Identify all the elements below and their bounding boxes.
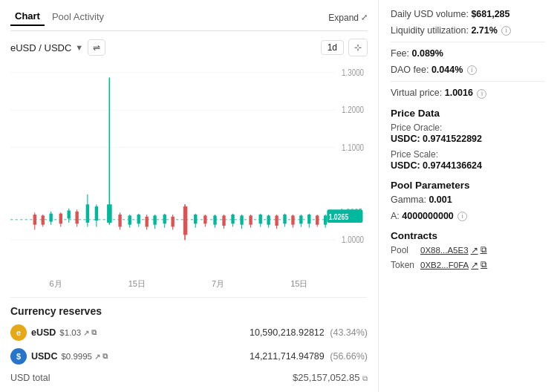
a-info-icon[interactable]: i bbox=[457, 212, 467, 221]
liquidity-row: Liquidity utilization: 2.71% i bbox=[391, 25, 545, 36]
coin-icon-usdc: $ bbox=[10, 348, 27, 365]
svg-rect-45 bbox=[183, 206, 187, 235]
svg-rect-67 bbox=[283, 215, 286, 223]
svg-rect-75 bbox=[316, 215, 319, 224]
divider-2 bbox=[391, 81, 545, 82]
x-label-2: 15日 bbox=[128, 278, 146, 290]
daily-volume-value: $681,285 bbox=[471, 9, 509, 19]
svg-rect-63 bbox=[267, 215, 270, 224]
liquidity-label: Liquidity utilization: bbox=[391, 25, 469, 36]
a-row: A: 4000000000 i bbox=[391, 211, 545, 221]
token-address-link[interactable]: 0XB2...F0FA ↗ ⧉ bbox=[420, 260, 487, 270]
usd-total-row: USD total $25,157,052.85 ⧉ bbox=[10, 372, 368, 383]
svg-rect-31 bbox=[118, 215, 121, 226]
interval-select[interactable]: 1d bbox=[321, 40, 344, 55]
svg-rect-59 bbox=[249, 215, 252, 224]
fee-value: 0.089% bbox=[412, 48, 443, 59]
pair-selector[interactable]: eUSD / USDC ▼ bbox=[10, 42, 83, 53]
svg-rect-77 bbox=[324, 215, 327, 224]
eusd-copy-icon[interactable]: ⧉ bbox=[91, 328, 97, 337]
svg-rect-47 bbox=[194, 215, 197, 223]
gamma-value: 0.001 bbox=[429, 195, 452, 205]
x-label-4: 15日 bbox=[290, 278, 307, 290]
expand-icon: ⤢ bbox=[361, 13, 368, 22]
interval-controls: 1d ⊹ bbox=[321, 39, 368, 56]
daily-volume-row: Daily USD volume: $681,285 bbox=[391, 9, 545, 19]
total-copy-icon[interactable]: ⧉ bbox=[362, 374, 368, 382]
svg-rect-43 bbox=[171, 217, 174, 227]
tabs-bar: Chart Pool Activity Expand ⤢ bbox=[10, 9, 368, 31]
svg-rect-13 bbox=[107, 204, 112, 223]
svg-rect-49 bbox=[203, 215, 206, 223]
reserve-row-eusd: e eUSD $1.03 ↗ ⧉ 10,590,218.92812 (43.34… bbox=[10, 324, 368, 341]
svg-rect-61 bbox=[259, 215, 262, 223]
contracts-title: Contracts bbox=[391, 230, 545, 241]
svg-rect-33 bbox=[128, 215, 131, 224]
tab-chart[interactable]: Chart bbox=[10, 9, 45, 26]
oracle-value: USDC: 0.9741522892 bbox=[391, 134, 545, 144]
dao-fee-label: DAO fee: bbox=[391, 65, 429, 75]
eusd-amount: 10,590,218.92812 (43.34%) bbox=[250, 327, 368, 338]
swap-button[interactable]: ⇌ bbox=[88, 39, 105, 56]
chart-svg: 1.3000 1.2000 1.1000 1.0265 1.0000 1.026… bbox=[10, 62, 368, 275]
reserves-section: Currency reserves e eUSD $1.03 ↗ ⧉ 10,59… bbox=[10, 297, 368, 383]
divider-1 bbox=[391, 42, 545, 42]
reserves-title: Currency reserves bbox=[10, 305, 368, 317]
a-label: A: bbox=[391, 211, 400, 221]
svg-rect-23 bbox=[68, 211, 71, 219]
svg-text:1.2000: 1.2000 bbox=[342, 105, 364, 114]
eusd-link-icon[interactable]: ↗ bbox=[83, 329, 89, 337]
usdc-copy-icon[interactable]: ⧉ bbox=[102, 352, 108, 361]
chart-area: 1.3000 1.2000 1.1000 1.0265 1.0000 1.026… bbox=[10, 62, 368, 275]
token-contract-row: Token 0XB2...F0FA ↗ ⧉ bbox=[391, 260, 545, 270]
pool-address-link[interactable]: 0X88...A5E3 ↗ ⧉ bbox=[420, 245, 487, 255]
tab-pool-activity[interactable]: Pool Activity bbox=[48, 10, 108, 25]
gamma-label: Gamma: bbox=[391, 195, 426, 205]
coin-icon-eusd: e bbox=[10, 324, 27, 341]
svg-text:1.1000: 1.1000 bbox=[342, 143, 364, 152]
pool-link-icon: ↗ bbox=[471, 245, 478, 255]
svg-rect-27 bbox=[86, 204, 89, 223]
svg-rect-29 bbox=[95, 206, 98, 220]
svg-rect-51 bbox=[213, 215, 216, 224]
token-link-icon: ↗ bbox=[471, 260, 478, 270]
svg-rect-37 bbox=[145, 217, 148, 227]
virtual-price-label: Virtual price: bbox=[391, 88, 442, 98]
x-label-1: 6月 bbox=[50, 278, 62, 290]
usdc-label: USDC $0.9995 ↗ ⧉ bbox=[31, 351, 108, 362]
pool-copy-icon[interactable]: ⧉ bbox=[481, 245, 487, 255]
token-contract-label: Token bbox=[391, 260, 420, 270]
reserve-row-usdc: $ USDC $0.9995 ↗ ⧉ 14,211,714.94789 (56.… bbox=[10, 348, 368, 365]
pair-arrow-icon: ▼ bbox=[75, 43, 83, 52]
expand-button[interactable]: Expand ⤢ bbox=[328, 13, 368, 23]
svg-rect-39 bbox=[153, 215, 156, 224]
pool-params-title: Pool Parameters bbox=[391, 180, 545, 191]
virtual-price-value: 1.0016 bbox=[445, 88, 473, 98]
svg-text:1.3000: 1.3000 bbox=[342, 68, 364, 77]
eusd-price: $1.03 bbox=[59, 328, 81, 337]
usd-total-value: $25,157,052.85 ⧉ bbox=[293, 372, 368, 383]
usdc-price: $0.9995 bbox=[61, 352, 92, 361]
virtual-price-info-icon[interactable]: i bbox=[477, 89, 486, 99]
dao-fee-info-icon[interactable]: i bbox=[467, 65, 477, 75]
x-label-3: 7月 bbox=[212, 278, 224, 290]
scale-label: Price Scale: bbox=[391, 149, 545, 160]
gamma-row: Gamma: 0.001 bbox=[391, 195, 545, 205]
svg-rect-25 bbox=[75, 212, 78, 223]
pool-contract-row: Pool 0X88...A5E3 ↗ ⧉ bbox=[391, 245, 545, 255]
dao-fee-row: DAO fee: 0.044% i bbox=[391, 65, 545, 75]
dao-fee-value: 0.044% bbox=[431, 65, 463, 75]
token-copy-icon[interactable]: ⧉ bbox=[481, 260, 487, 270]
svg-rect-17 bbox=[42, 215, 45, 224]
fee-row: Fee: 0.089% bbox=[391, 48, 545, 59]
x-axis: 6月 15日 7月 15日 bbox=[10, 275, 368, 290]
scale-value: USDC: 0.9744136624 bbox=[391, 160, 545, 171]
svg-rect-65 bbox=[275, 215, 278, 226]
usdc-amount: 14,211,714.94789 (56.66%) bbox=[250, 351, 368, 362]
pool-contract-label: Pool bbox=[391, 245, 420, 255]
liquidity-info-icon[interactable]: i bbox=[501, 26, 511, 36]
svg-text:1.0265: 1.0265 bbox=[329, 212, 349, 221]
usdc-link-icon[interactable]: ↗ bbox=[94, 353, 100, 361]
crosshair-button[interactable]: ⊹ bbox=[348, 39, 368, 56]
virtual-price-row: Virtual price: 1.0016 i bbox=[391, 88, 545, 98]
